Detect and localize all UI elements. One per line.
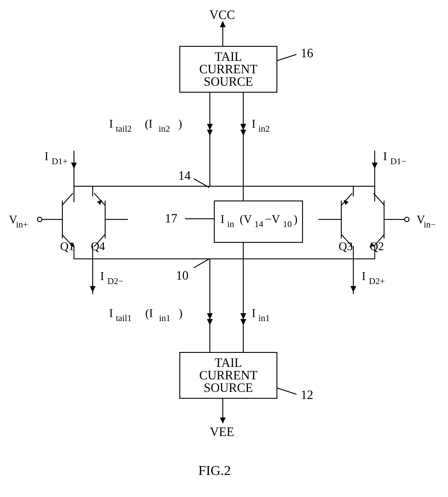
arrow-itail1 — [207, 319, 213, 325]
wire-comp-bot — [243, 243, 244, 258]
wire-vee — [222, 399, 223, 419]
wire-bus-10 — [74, 258, 374, 259]
wire-q1c — [74, 186, 74, 201]
refnum-16: 16 — [301, 47, 313, 59]
lbl-itail2-par: (I — [145, 118, 153, 130]
wire-bus-14 — [74, 186, 374, 187]
label-vcc: VCC — [209, 8, 235, 21]
wire-tail1-left — [209, 258, 210, 352]
lbl-itail1-par-close: ) — [179, 307, 182, 319]
lbl-id1p-a: I — [45, 151, 48, 162]
lbl-itail2-sub: tail2 — [116, 124, 132, 133]
lbl-itail1-par-sub: in1 — [159, 314, 170, 322]
q3-base — [319, 219, 341, 220]
arrow-iin1b — [240, 313, 246, 320]
wire-vcc — [222, 26, 223, 46]
lbl-id1m-sub: D1− — [390, 157, 406, 166]
q4-up — [92, 186, 93, 196]
lbl-itail2-par-sub: in2 — [159, 124, 170, 133]
lbl-id2p-sub: D2+ — [369, 277, 385, 286]
arrow-vee — [220, 417, 226, 424]
q1-dot — [74, 201, 74, 202]
lbl-comp-asub: 14 — [255, 220, 263, 229]
q1-base — [42, 219, 62, 220]
lbl-comp-bsub: 10 — [283, 220, 292, 229]
arrow-id1p — [71, 163, 77, 169]
lbl-comp-mid: −V — [265, 213, 280, 225]
q1-bar — [62, 200, 63, 238]
block-tail-bot: TAIL CURRENT SOURCE — [179, 352, 277, 399]
q3-up — [353, 186, 354, 196]
q3-col-down — [353, 246, 354, 259]
leader-16 — [277, 54, 297, 61]
lbl-itail1-sub: tail1 — [116, 314, 132, 322]
refnum-14: 14 — [178, 169, 191, 182]
lbl-comp-I: I — [221, 213, 224, 225]
wire-tail2-left — [209, 93, 210, 186]
block-tail-top: TAIL CURRENT SOURCE — [179, 46, 277, 93]
label-tail-top: TAIL CURRENT SOURCE — [180, 50, 276, 88]
term-vinplus — [37, 217, 42, 222]
q4-col-down — [92, 246, 93, 259]
arrow-iin2b — [240, 124, 246, 130]
wire-tail2-right — [243, 93, 244, 186]
lbl-itail1-par: (I — [145, 307, 153, 319]
term-vinminus — [404, 217, 409, 222]
lbl-q2: Q2 — [370, 240, 384, 252]
refnum-10: 10 — [176, 269, 189, 282]
wire-comp-top — [243, 186, 244, 200]
q4-base — [106, 219, 128, 220]
figure-caption: FIG.2 — [198, 463, 231, 477]
leader-12 — [277, 388, 297, 395]
lbl-iin1-I: I — [252, 307, 256, 319]
arrow-itail2b — [207, 124, 213, 130]
arrow-itail2 — [207, 130, 213, 136]
lbl-id1p-sub: D1+ — [52, 157, 67, 166]
lbl-comp-arg-a: (V — [240, 213, 252, 225]
lbl-q1: Q1 — [60, 240, 74, 252]
arrow-iin1 — [240, 319, 246, 325]
leader-10 — [193, 258, 209, 268]
q2-base — [384, 219, 404, 220]
q1-em-down — [74, 246, 74, 259]
lbl-itail1-I: I — [109, 307, 113, 319]
lbl-id2m-sub: D2− — [107, 277, 123, 286]
leader-17 — [185, 218, 214, 219]
lbl-q3: Q3 — [339, 240, 353, 252]
lbl-itail2-par-close: ) — [178, 118, 182, 130]
label-vee: VEE — [210, 426, 234, 438]
refnum-12: 12 — [301, 388, 313, 401]
arrow-id1m — [372, 163, 378, 169]
refnum-17: 17 — [165, 212, 177, 224]
q4-em-arrow — [97, 198, 104, 205]
label-tail-bot: TAIL CURRENT SOURCE — [180, 356, 276, 394]
q2-em-down — [374, 246, 375, 259]
lbl-iin2-I: I — [252, 118, 256, 130]
lbl-comp-sub: in — [227, 220, 234, 229]
q3-em — [341, 193, 353, 206]
arrow-id2p — [351, 286, 356, 292]
lbl-id2p-a: I — [362, 271, 366, 282]
arrow-id2m — [90, 286, 96, 292]
arrow-itail1b — [207, 313, 213, 320]
lbl-vinplus-sub: in+ — [16, 220, 28, 229]
lbl-itail2-I: I — [109, 118, 113, 130]
q1-col — [62, 193, 73, 206]
lbl-id1m-a: I — [383, 151, 387, 162]
lbl-iin2-sub: in2 — [258, 124, 270, 133]
lbl-comp-close: ) — [294, 213, 297, 225]
arrow-iin2 — [240, 130, 246, 136]
q3-bar — [341, 200, 342, 238]
lbl-iin1-sub: in1 — [258, 314, 270, 322]
arrow-vcc-up — [220, 21, 226, 27]
lbl-id2m-a: I — [100, 271, 104, 282]
lbl-vinminus-sub: in− — [424, 220, 436, 229]
wire-tail1-right — [243, 258, 244, 352]
